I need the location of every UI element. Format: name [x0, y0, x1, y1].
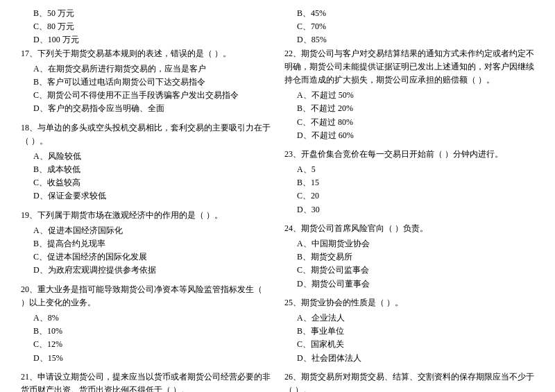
answer-option: C、不超过 80%: [284, 116, 534, 129]
answer-option: A、在期货交易所进行期货交易的，应当是客户: [21, 62, 271, 76]
question-text: 17、下列关于期货交易基本规则的表述，错误的是（ ）。: [21, 47, 271, 60]
answer-option: B、50 万元: [21, 7, 271, 20]
left-column: B、50 万元C、80 万元D、100 万元17、下列关于期货交易基本规则的表述…: [21, 7, 271, 392]
answer-option: B、成本较低: [21, 163, 271, 176]
answer-option: B、45%: [284, 7, 534, 20]
question-block: 19、下列属于期货市场在激观经济中的作用的是（ ）。A、促进本国经济国际化B、提…: [21, 209, 271, 278]
question-text: 18、与单边的多头或空头投机交易相比，套利交易的主要吸引力在于（ ）。: [21, 121, 271, 148]
answer-option: A、不超过 50%: [284, 89, 534, 102]
question-text: 25、期货业协会的性质是（ ）。: [284, 296, 534, 309]
answer-option: C、70%: [284, 20, 534, 33]
question-text: 19、下列属于期货市场在激观经济中的作用的是（ ）。: [21, 209, 271, 222]
answer-option: C、80 万元: [21, 20, 271, 33]
answer-option: A、企业法人: [284, 312, 534, 325]
answer-option: D、15%: [21, 352, 271, 365]
answer-option: D、社会团体法人: [284, 352, 534, 365]
answer-option: B、提高合约兑现率: [21, 237, 271, 250]
question-block: 21、申请设立期货公司，提来应当以货币或者期货公司经营必要的非货币财产出资。货币…: [21, 370, 271, 392]
question-block: 24、期货公司首席风险官向（ ）负责。A、中国期货业协会B、期货交易所C、期货公…: [284, 222, 534, 291]
answer-option: C、促进本国经济的国际化发展: [21, 250, 271, 264]
question-block: 22、期货公司与客户对交易结算结果的通知方式未作约定或者约定不明确，期货公司未能…: [284, 47, 534, 142]
answer-option: B、客户可以通过电话向期货公司下达交易指令: [21, 76, 271, 89]
answer-option: B、不超过 20%: [284, 102, 534, 115]
answer-option: B、10%: [21, 325, 271, 338]
answer-option: A、促进本国经济国际化: [21, 224, 271, 237]
answer-option: D、30: [284, 203, 534, 216]
question-text: 24、期货公司首席风险官向（ ）负责。: [284, 222, 534, 235]
answer-option: C、12%: [21, 338, 271, 351]
answer-option: C、期货公司监事会: [284, 264, 534, 277]
answer-option: C、期货公司不得使用不正当手段诱骗客户发出交易指令: [21, 89, 271, 102]
answer-option: C、20: [284, 189, 534, 203]
answer-option: D、100 万元: [21, 33, 271, 46]
question-text: 22、期货公司与客户对交易结算结果的通知方式未作约定或者约定不明确，期货公司未能…: [284, 47, 534, 87]
question-block: 23、开盘价集合竞价在每一交易日开始前（ ）分钟内进行。A、5B、15C、20D…: [284, 148, 534, 216]
question-block: 25、期货业协会的性质是（ ）。A、企业法人B、事业单位C、国家机关D、社会团体…: [284, 296, 534, 365]
answer-option: D、客户的交易指令应当明确、全面: [21, 102, 271, 115]
question-block: 18、与单边的多头或空头投机交易相比，套利交易的主要吸引力在于（ ）。A、风险较…: [21, 121, 271, 203]
answer-option: D、保证金要求较低: [21, 189, 271, 203]
question-block: 26、期货交易所对期货交易、结算、交割资料的保存期限应当不少于（ ）。: [284, 370, 534, 392]
answer-option: A、中国期货业协会: [284, 237, 534, 250]
two-column-layout: B、50 万元C、80 万元D、100 万元17、下列关于期货交易基本规则的表述…: [21, 7, 534, 392]
question-text: 23、开盘价集合竞价在每一交易日开始前（ ）分钟内进行。: [284, 148, 534, 161]
answer-option: D、85%: [284, 33, 534, 46]
answer-option: B、事业单位: [284, 325, 534, 338]
answer-option: B、期货交易所: [284, 250, 534, 264]
answer-option: A、5: [284, 163, 534, 176]
right-column: B、45%C、70%D、85%22、期货公司与客户对交易结算结果的通知方式未作约…: [284, 7, 534, 392]
answer-option: C、收益较高: [21, 176, 271, 189]
question-block: 17、下列关于期货交易基本规则的表述，错误的是（ ）。A、在期货交易所进行期货交…: [21, 47, 271, 116]
answer-option: C、国家机关: [284, 338, 534, 351]
answer-option: D、不超过 60%: [284, 129, 534, 142]
question-text: 21、申请设立期货公司，提来应当以货币或者期货公司经营必要的非货币财产出资。货币…: [21, 370, 271, 392]
question-text: 20、重大业务是指可能导致期货公司净资本等风险监管指标发生（ ）以上变化的业务。: [21, 283, 271, 309]
question-block: 20、重大业务是指可能导致期货公司净资本等风险监管指标发生（ ）以上变化的业务。…: [21, 283, 271, 365]
answer-option: A、8%: [21, 312, 271, 325]
answer-option: A、风险较低: [21, 150, 271, 163]
answer-option: D、期货公司董事会: [284, 278, 534, 291]
answer-option: D、为政府宏观调控提供参考依据: [21, 264, 271, 277]
question-text: 26、期货交易所对期货交易、结算、交割资料的保存期限应当不少于（ ）。: [284, 370, 534, 392]
page-content: B、50 万元C、80 万元D、100 万元17、下列关于期货交易基本规则的表述…: [21, 7, 534, 392]
answer-option: B、15: [284, 176, 534, 189]
